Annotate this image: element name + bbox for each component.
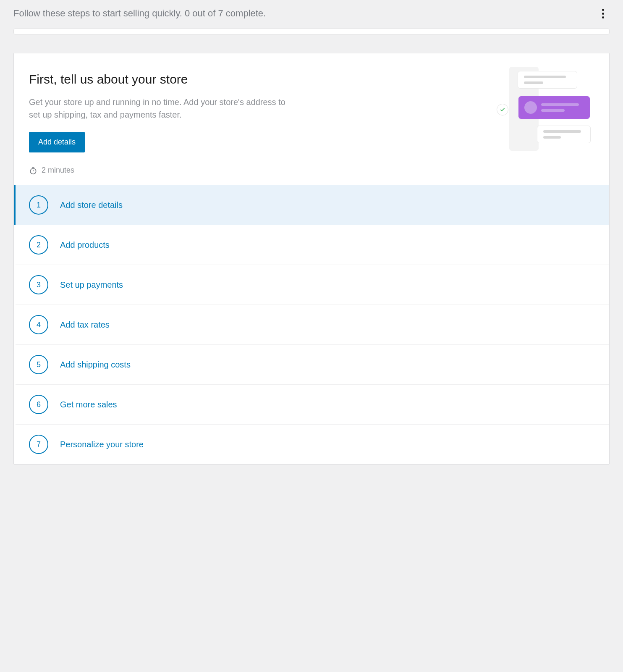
check-icon (500, 107, 505, 113)
hero-illustration (493, 67, 594, 151)
task-item[interactable]: 3Set up payments (16, 265, 609, 305)
task-label: Add products (60, 240, 110, 250)
onboarding-header: Follow these steps to start selling quic… (0, 0, 623, 29)
task-number-badge: 7 (29, 435, 48, 454)
task-list: 1Add store details2Add products3Set up p… (14, 185, 609, 464)
task-number-badge: 1 (29, 195, 48, 215)
task-number-badge: 3 (29, 275, 48, 294)
task-number-badge: 6 (29, 395, 48, 414)
task-number-badge: 4 (29, 315, 48, 334)
task-item[interactable]: 6Get more sales (16, 385, 609, 425)
task-number-badge: 5 (29, 355, 48, 374)
task-number-badge: 2 (29, 235, 48, 255)
ellipsis-vertical-icon (602, 9, 604, 18)
task-item[interactable]: 4Add tax rates (16, 305, 609, 345)
task-label: Set up payments (60, 280, 123, 290)
task-label: Personalize your store (60, 440, 144, 449)
timer-icon (29, 166, 37, 175)
progress-text: Follow these steps to start selling quic… (13, 8, 266, 19)
svg-point-0 (30, 168, 36, 174)
task-label: Add tax rates (60, 320, 110, 330)
progress-bar (13, 29, 610, 34)
task-label: Get more sales (60, 400, 117, 410)
task-label: Add shipping costs (60, 360, 131, 370)
add-details-button[interactable]: Add details (29, 132, 85, 152)
hero-title: First, tell us about your store (29, 71, 289, 87)
task-item[interactable]: 5Add shipping costs (16, 345, 609, 385)
more-options-button[interactable] (596, 7, 610, 20)
hero-subtitle: Get your store up and running in no time… (29, 96, 289, 121)
task-item[interactable]: 1Add store details (14, 185, 609, 225)
task-item[interactable]: 7Personalize your store (16, 425, 609, 464)
card-hero: First, tell us about your store Get your… (14, 53, 609, 185)
task-item[interactable]: 2Add products (16, 225, 609, 265)
time-estimate-row: 2 minutes (29, 166, 289, 175)
time-estimate-text: 2 minutes (42, 166, 74, 175)
onboarding-card: First, tell us about your store Get your… (13, 53, 610, 465)
task-label: Add store details (60, 200, 123, 210)
